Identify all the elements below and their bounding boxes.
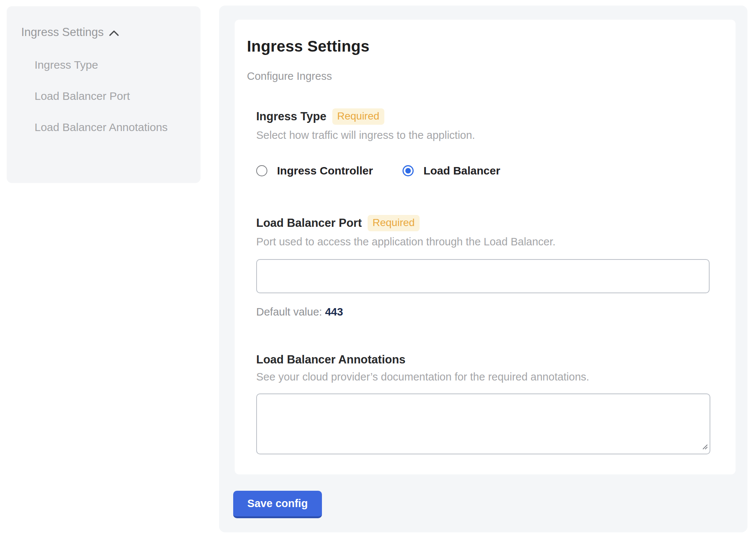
radio-icon-ingress-controller[interactable] bbox=[256, 165, 267, 176]
radio-label-load-balancer: Load Balancer bbox=[423, 164, 500, 177]
section-load-balancer-port: Load Balancer Port Required Port used to… bbox=[256, 215, 721, 318]
section-description-load-balancer-port: Port used to access the application thro… bbox=[256, 236, 721, 248]
required-badge: Required bbox=[368, 215, 420, 231]
sidebar-section-ingress-settings[interactable]: Ingress Settings bbox=[21, 26, 189, 39]
section-title-load-balancer-port: Load Balancer Port bbox=[256, 216, 362, 230]
radio-option-load-balancer[interactable]: Load Balancer bbox=[403, 164, 500, 177]
load-balancer-port-input[interactable] bbox=[256, 259, 710, 293]
chevron-up-icon bbox=[109, 30, 119, 36]
main-panel: Ingress Settings Configure Ingress Ingre… bbox=[219, 6, 747, 532]
page-subtitle: Configure Ingress bbox=[247, 70, 721, 82]
resize-handle-icon[interactable] bbox=[702, 444, 708, 452]
section-description-load-balancer-annotations: See your cloud provider’s documentation … bbox=[256, 371, 721, 383]
radio-icon-load-balancer[interactable] bbox=[403, 165, 414, 176]
load-balancer-annotations-textarea[interactable] bbox=[256, 393, 710, 454]
radio-option-ingress-controller[interactable]: Ingress Controller bbox=[256, 164, 373, 177]
section-description-ingress-type: Select how traffic will ingress to the a… bbox=[256, 129, 721, 141]
section-ingress-type: Ingress Type Required Select how traffic… bbox=[256, 108, 721, 177]
sidebar-item-ingress-type[interactable]: Ingress Type bbox=[35, 54, 177, 76]
default-value-number: 443 bbox=[325, 306, 343, 318]
radio-label-ingress-controller: Ingress Controller bbox=[277, 164, 373, 177]
sidebar-item-load-balancer-annotations[interactable]: Load Balancer Annotations bbox=[35, 116, 177, 138]
save-config-button[interactable]: Save config bbox=[233, 491, 322, 518]
sidebar-item-load-balancer-port[interactable]: Load Balancer Port bbox=[35, 85, 177, 107]
required-badge: Required bbox=[332, 108, 384, 125]
ingress-settings-card: Ingress Settings Configure Ingress Ingre… bbox=[235, 20, 736, 474]
section-title-ingress-type: Ingress Type bbox=[256, 110, 326, 123]
section-load-balancer-annotations: Load Balancer Annotations See your cloud… bbox=[256, 353, 721, 454]
settings-sidebar: Ingress Settings Ingress Type Load Balan… bbox=[7, 6, 201, 183]
sidebar-section-label: Ingress Settings bbox=[21, 26, 104, 39]
page-title: Ingress Settings bbox=[247, 37, 721, 55]
default-value-line: Default value: 443 bbox=[256, 306, 721, 318]
section-title-load-balancer-annotations: Load Balancer Annotations bbox=[256, 353, 405, 366]
sidebar-item-list: Ingress Type Load Balancer Port Load Bal… bbox=[21, 54, 177, 138]
default-value-label: Default value: bbox=[256, 306, 322, 318]
ingress-type-radio-group: Ingress Controller Load Balancer bbox=[256, 164, 721, 177]
